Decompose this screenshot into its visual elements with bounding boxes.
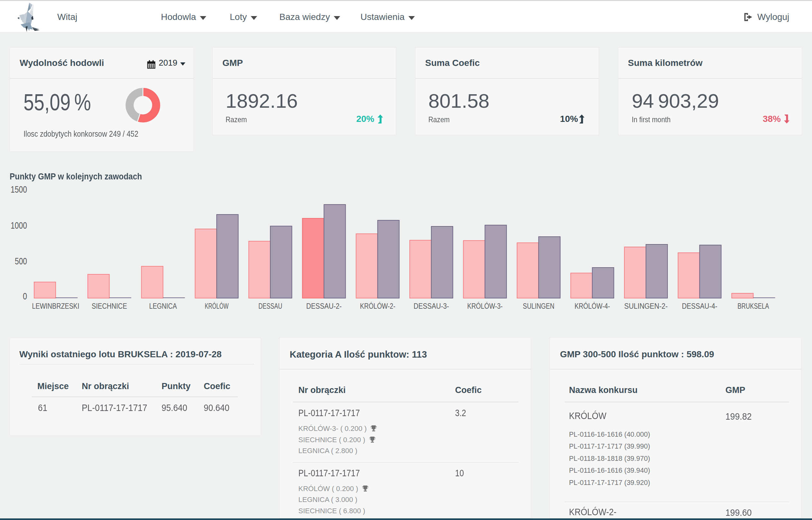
svg-text:KRÓLÓW: KRÓLÓW (205, 302, 228, 310)
svg-text:BRUKSELA: BRUKSELA (738, 302, 769, 310)
svg-text:SULINGEN: SULINGEN (523, 302, 555, 310)
svg-text:DESSAU-2-: DESSAU-2- (306, 302, 342, 310)
svg-text:SIECHNICE: SIECHNICE (92, 302, 127, 310)
svg-text:KRÓLÓW-3-: KRÓLÓW-3- (467, 302, 503, 310)
svg-text:1000: 1000 (10, 220, 27, 231)
svg-text:DESSAU: DESSAU (259, 302, 282, 310)
svg-text:500: 500 (15, 256, 27, 266)
svg-text:KRÓLÓW-2-: KRÓLÓW-2- (360, 302, 395, 310)
svg-text:DESSAU-4-: DESSAU-4- (682, 302, 717, 310)
svg-text:DESSAU-3-: DESSAU-3- (414, 302, 449, 310)
svg-text:0: 0 (23, 291, 27, 301)
svg-text:SULINGEN-2-: SULINGEN-2- (624, 302, 668, 310)
svg-text:LEGNICA: LEGNICA (149, 302, 177, 310)
svg-text:KRÓLÓW-4-: KRÓLÓW-4- (574, 302, 610, 310)
svg-text:LEWINBRZESKI: LEWINBRZESKI (32, 302, 79, 310)
svg-text:1500: 1500 (10, 184, 27, 194)
